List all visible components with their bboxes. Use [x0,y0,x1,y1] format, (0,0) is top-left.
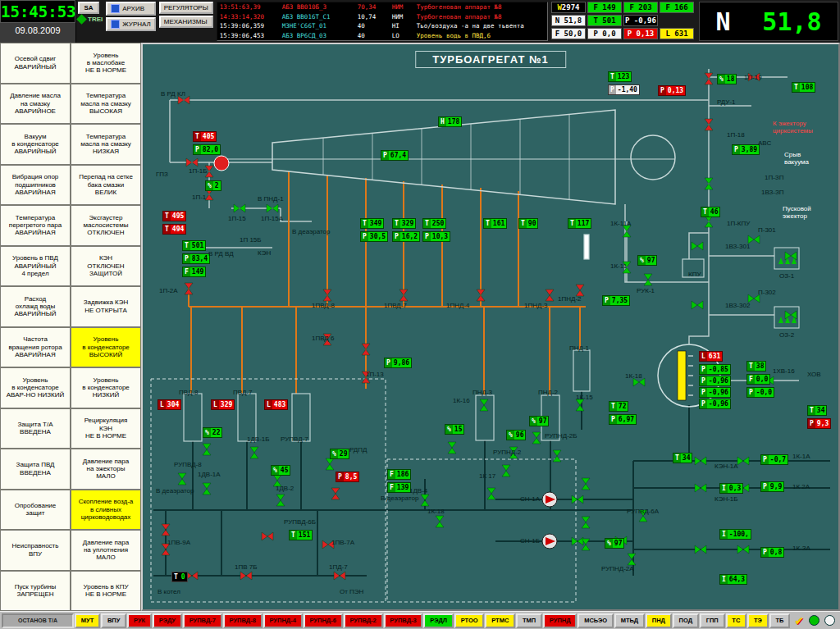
diagram-label: 1ПВД-7 [384,302,407,309]
bottom-button[interactable]: РУК [127,613,152,628]
bottom-button[interactable]: ГПП [700,613,725,628]
measure-box: P0,8 [760,547,784,558]
bottom-button[interactable]: РУПВД-2 [344,613,383,628]
measure-box: T34 [673,453,692,463]
bottom-button[interactable]: РЭДУ [153,613,182,628]
header-value: F 149 [587,2,622,13]
header-value: L 631 [660,28,694,39]
measure-box: P9,86 [384,358,412,368]
diagram-label: 1ПД-7 [329,563,348,571]
alarm-tile: Опробование защит [0,490,71,531]
measure-box: T38 [746,361,766,371]
measure-box: P7,35 [602,295,630,306]
bottom-button[interactable]: ВПУ [101,613,126,628]
diagram-label: 1П-19 [744,74,762,81]
measure-box: L631 [699,351,723,362]
alarm-log-segment: АБЗ ВВ016Т_С1 [282,13,358,21]
archive-button[interactable]: АРХИВ [106,2,156,16]
bottom-button[interactable]: РТОО [454,613,485,628]
measure-box: T123 [608,71,632,82]
alarm-log-line[interactable]: 15:39:06,453АБЗ ВР6СД_0340LOУровень водь… [220,32,545,39]
measure-box: P30,5 [360,231,388,242]
diagram-label: ОЗ-1 [779,272,794,280]
measure-box: P-1,40 [608,84,640,95]
alarm-tile: Пуск турбины ЗАПРЕЩЕН [0,571,71,612]
measure-box: P-0,85 [699,364,731,375]
diagram-label: ПНД-2 [538,389,558,396]
alarm-log-line[interactable]: 15:39:06,359МЗНЕ'С66Т_0140НІТьо/воздуха … [220,22,545,30]
alarm-log-line[interactable]: 13:51:63,39АБЗ ВВ010Б_370,34НИМТурбогено… [220,3,545,11]
measure-box: P0,13 [658,85,686,96]
measure-box: T108 [792,82,815,93]
alarm-tile: Уровень в конденсаторе АВАР-НО НИЗКИЙ [0,367,71,408]
diagram-label: РУПВД-8 [174,461,202,468]
bottom-button[interactable]: МТЬД [614,613,645,628]
measure-box: %97 [529,416,549,426]
measure-box: P9,3 [807,418,831,429]
alarm-log-line[interactable]: 14:33:14,320АБЗ ВВ016Т_С110,74НИМТурбоге… [220,13,545,21]
header-value: P -0,96 [623,15,658,26]
diagram-label: КЭН-1А [714,463,738,470]
diagram-label: РДУ-1 [717,98,736,106]
diagram-label: 1П-13 [366,371,384,378]
bottom-button[interactable]: РУПНД-6 [304,613,343,628]
bottom-button[interactable]: РУПВД-7 [183,613,222,628]
diagram-label: Пусковой эжектор [783,205,811,220]
diagram-label: 1ПНД-3 [524,302,548,309]
diagram-label: П-301 [758,226,776,234]
diagram-label: 1П-ЗП [765,174,783,181]
bottom-button[interactable]: РТМС [485,613,515,628]
archive-column: АРХИВ ЖУРНАЛ [104,0,158,43]
diagram-label: 1ПНД-2 [558,295,582,303]
diagram-label: РУПНД-2Б [545,432,578,440]
measure-box: P-0,7 [760,454,788,465]
regulators-button[interactable]: РЕГУЛЯТОРЫ [159,2,213,14]
diagram-label: К эжектору цирксистемы [773,120,813,134]
diagram-label: 1К-18 [625,372,642,380]
bottom-button[interactable]: РУПВД-3 [384,613,423,628]
diagram-label: 1ДВ-1Б [247,435,270,443]
check-icon[interactable]: ✔ [794,614,804,627]
bottom-button[interactable]: ТЭ [747,613,769,628]
measure-box: P83,4 [182,253,210,264]
bottom-button[interactable]: МСЬЭО [578,613,614,628]
trei-diamond-icon [76,14,87,25]
alarm-tile: Давление масла на смазку АВАРИЙНОЕ [0,84,71,125]
bottom-button[interactable]: РУПНД [543,613,577,628]
alarm-tile: Защита ПВД ВВЕДЕНА [0,449,71,490]
bottom-button[interactable]: ПОД [673,613,699,628]
measure-box: %96 [506,430,526,440]
bottom-button[interactable]: РУПВД-8 [223,613,262,628]
measure-box: T250 [422,218,446,229]
measure-box: P67,4 [381,150,409,161]
diagram-label: 1ПВ 7Б [235,563,257,571]
header-value: P 0,0 [587,28,622,39]
diagram-label: РУПВД-6А [627,508,659,515]
alarm-log-segment: Турбогенован аппарат №8 [417,13,545,21]
clock-block: 15:45:53 09.08.2009 [0,0,76,43]
mechanisms-button[interactable]: МЕХАНИЗМЫ [159,16,213,28]
diagram-label: 1К 2А [792,483,810,490]
journal-button[interactable]: ЖУРНАЛ [106,17,156,31]
bottom-button[interactable]: ПНД [646,613,672,628]
diagram-label: 1ПВ-7А [331,539,354,546]
measure-box: %22 [203,427,222,438]
stop-ta-button[interactable]: ОСТАНОВ Т/А [2,613,74,628]
diagram-label: СН-1А [520,495,540,503]
alarm-log-segment: НИМ [392,3,417,11]
bottom-button[interactable]: ТБ [769,613,791,628]
diagram-label: ХОВ [807,371,821,378]
bottom-button[interactable]: РУПНД-4 [263,613,303,628]
diagram-label: КПУ [688,271,701,278]
bottom-button[interactable]: ТМП [516,613,542,628]
sa-column: SA TREI [76,0,104,43]
bottom-button[interactable]: РЭДЛ [423,613,453,628]
bottom-button[interactable]: ТС [726,613,747,628]
diagram-label: В РД ВД [208,250,234,258]
bottom-button[interactable]: МУТ [75,613,100,628]
measure-box: F139 [387,482,411,493]
diagram: ТУРБОАГРЕГАТ №1 T123P-1,40P0,13%18T108H1… [141,43,840,611]
sa-button[interactable]: SA [78,2,99,14]
measure-box: P-0,96 [699,376,731,386]
header-value: W2974 [551,2,586,13]
